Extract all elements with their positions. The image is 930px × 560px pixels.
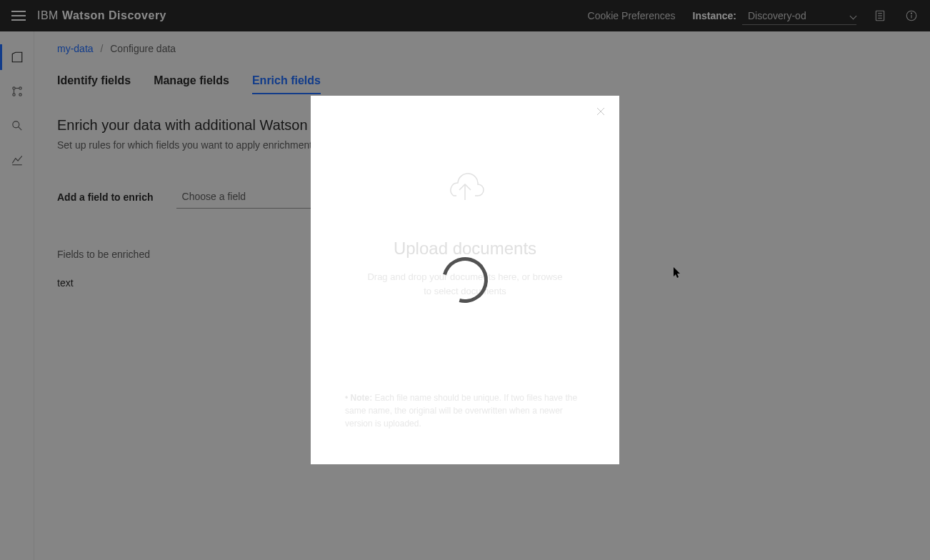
modal-overlay[interactable]: Upload documents Drag and drop your docu… [0,0,930,560]
note-label: Note: [351,393,375,403]
modal-note: • Note: Each file name should be unique.… [328,391,602,447]
cloud-upload-icon [445,170,485,204]
loading-spinner [442,257,488,303]
close-icon[interactable] [595,106,609,120]
upload-modal: Upload documents Drag and drop your docu… [311,96,619,464]
note-text: Each file name should be unique. If two … [345,393,577,429]
modal-title: Upload documents [394,239,536,259]
